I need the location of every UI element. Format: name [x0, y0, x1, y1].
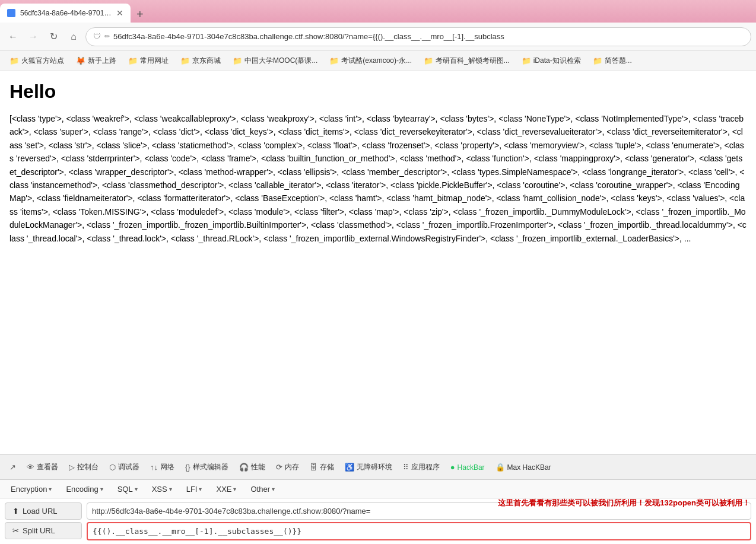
bookmark-label: 考试酷(examcoo)-永... — [341, 56, 412, 66]
hackbar-panel: Encryption ▾ Encoding ▾ SQL ▾ XSS ▾ LFI … — [0, 479, 756, 544]
hackbar-lower-section: 这里首先看看有那些类可以被我们所利用！发现132popen类可以被利用！ ⬆ L… — [0, 499, 756, 544]
navigation-bar: ← → ↻ ⌂ 🛡 ✏ 56dfc34a-8a6e-4b4e-9701-304e… — [0, 23, 756, 51]
devtools-console-btn[interactable]: ▷ 控制台 — [64, 460, 103, 475]
performance-icon: 🎧 — [239, 463, 249, 472]
bookmark-label: iData-知识检索 — [533, 56, 581, 66]
hackbar-encoding-menu[interactable]: Encoding ▾ — [60, 482, 109, 496]
lfi-dropdown-arrow: ▾ — [199, 486, 202, 492]
bookmark-label: 火狐官方站点 — [21, 56, 64, 66]
bookmark-folder-icon: 📁 — [180, 56, 190, 65]
browser-frame: 56dfc34a-8a6e-4b4e-9701-304e ✕ + ← → ↻ ⌂… — [0, 0, 756, 544]
devtools-hackbar-btn[interactable]: ● HackBar — [446, 460, 490, 474]
devtools-apptools-btn[interactable]: ⠿ 应用程序 — [398, 460, 444, 475]
devtools-maxhackbar-btn[interactable]: 🔒 Max HacKBar — [491, 460, 556, 474]
bookmark-folder-icon: 📁 — [329, 56, 339, 65]
devtools-perf-btn[interactable]: 🎧 性能 — [234, 460, 270, 475]
devtools-viewer-btn[interactable]: 👁 查看器 — [22, 460, 63, 475]
bookmark-item[interactable]: 📁 中国大学MOOC(慕课... — [228, 54, 322, 68]
new-tab-button[interactable]: + — [131, 6, 150, 23]
devtools-debugger-label: 调试器 — [118, 462, 139, 472]
bookmark-item[interactable]: 📁 京东商城 — [176, 54, 225, 68]
devtools-perf-label: 性能 — [251, 462, 265, 472]
edit-icon: ✏ — [104, 33, 110, 40]
devtools-memory-label: 内存 — [285, 462, 299, 472]
bookmarks-bar: 📁 火狐官方站点 🦊 新手上路 📁 常用网址 📁 京东商城 📁 中国大学MOOC… — [0, 51, 756, 71]
devtools-viewer-label: 查看器 — [37, 462, 58, 472]
bookmark-label: 考研百科_解锁考研图... — [436, 56, 510, 66]
hackbar-encoding-label: Encoding — [66, 485, 98, 494]
tab-close-button[interactable]: ✕ — [116, 8, 123, 18]
bookmark-label: 新手上路 — [88, 56, 116, 66]
bookmark-item[interactable]: 🦊 新手上路 — [71, 54, 121, 68]
bookmark-fox-icon: 🦊 — [76, 56, 85, 65]
back-button[interactable]: ← — [5, 28, 21, 45]
page-body: [<class 'type'>, <class 'weakref'>, <cla… — [9, 112, 747, 245]
home-button[interactable]: ⌂ — [65, 28, 82, 45]
console-icon: ▷ — [69, 463, 75, 472]
forward-button[interactable]: → — [25, 28, 42, 45]
hackbar-encryption-label: Encryption — [11, 485, 47, 494]
load-url-label: Load URL — [23, 507, 58, 516]
bookmark-item[interactable]: 📁 常用网址 — [123, 54, 173, 68]
network-icon: ↑↓ — [150, 463, 158, 472]
hackbar-sql-label: SQL — [117, 485, 133, 494]
bookmark-label: 中国大学MOOC(慕课... — [244, 56, 317, 66]
tab-title: 56dfc34a-8a6e-4b4e-9701-304e — [20, 9, 112, 17]
sql-dropdown-arrow: ▾ — [135, 486, 138, 492]
bookmark-item[interactable]: 📁 考研百科_解锁考研图... — [419, 54, 514, 68]
devtools-inspector-btn[interactable]: ↗ — [5, 460, 21, 474]
apptools-icon: ⠿ — [403, 463, 409, 472]
address-bar[interactable]: 🛡 ✏ 56dfc34a-8a6e-4b4e-9701-304e7c8c83ba… — [85, 27, 751, 46]
xss-dropdown-arrow: ▾ — [169, 486, 172, 492]
storage-icon: 🗄 — [310, 463, 317, 472]
split-url-button[interactable]: ✂ Split URL — [5, 522, 82, 539]
bookmark-item[interactable]: 📁 火狐官方站点 — [5, 54, 69, 68]
bookmark-folder-icon: 📁 — [593, 56, 602, 65]
split-url-label: Split URL — [23, 526, 55, 535]
devtools-memory-btn[interactable]: ⟳ 内存 — [271, 460, 304, 475]
devtools-maxhackbar-label: Max HacKBar — [507, 463, 551, 472]
bookmark-item[interactable]: 📁 iData-知识检索 — [517, 54, 586, 68]
hackbar-encryption-menu[interactable]: Encryption ▾ — [5, 482, 58, 496]
hackbar-xss-menu[interactable]: XSS ▾ — [146, 482, 178, 496]
browser-tab[interactable]: 56dfc34a-8a6e-4b4e-9701-304e ✕ — [0, 4, 131, 23]
devtools-storage-label: 存储 — [320, 462, 334, 472]
page-title: Hello — [9, 81, 747, 103]
bookmark-label: 常用网址 — [140, 56, 169, 66]
annotation-text: 这里首先看看有那些类可以被我们所利用！发现132popen类可以被利用！ — [498, 498, 750, 508]
hackbar-payload-input[interactable] — [87, 522, 751, 540]
hackbar-lfi-label: LFI — [186, 485, 198, 494]
tab-favicon — [7, 9, 15, 17]
other-dropdown-arrow: ▾ — [272, 486, 275, 492]
devtools-accessibility-btn[interactable]: ♿ 无障碍环境 — [340, 460, 397, 475]
hackbar-sql-menu[interactable]: SQL ▾ — [112, 482, 144, 496]
load-icon: ⬆ — [12, 507, 19, 516]
tab-bar: 56dfc34a-8a6e-4b4e-9701-304e ✕ + — [0, 0, 756, 23]
reload-button[interactable]: ↻ — [45, 28, 62, 45]
devtools-style-label: 样式编辑器 — [193, 462, 228, 472]
hackbar-dot-icon: ● — [450, 463, 455, 472]
hackbar-other-label: Other — [250, 485, 270, 494]
bookmark-folder-icon: 📁 — [233, 56, 242, 65]
bookmark-folder-icon: 📁 — [424, 56, 433, 65]
bookmark-item[interactable]: 📁 简答题... — [588, 54, 637, 68]
hackbar-lfi-menu[interactable]: LFI ▾ — [180, 482, 208, 496]
accessibility-icon: ♿ — [345, 463, 354, 472]
debugger-icon: ⬡ — [109, 463, 116, 472]
devtools-debugger-btn[interactable]: ⬡ 调试器 — [104, 460, 144, 475]
devtools-network-label: 网络 — [160, 462, 174, 472]
hackbar-other-menu[interactable]: Other ▾ — [244, 482, 281, 496]
memory-icon: ⟳ — [276, 463, 282, 472]
load-url-button[interactable]: ⬆ Load URL — [5, 502, 82, 520]
inspector-icon: ↗ — [9, 463, 16, 472]
devtools-storage-btn[interactable]: 🗄 存储 — [305, 460, 339, 475]
bookmark-item[interactable]: 📁 考试酷(examcoo)-永... — [325, 54, 417, 68]
devtools-console-label: 控制台 — [77, 462, 99, 472]
devtools-style-btn[interactable]: {} 样式编辑器 — [180, 460, 233, 475]
devtools-hackbar-label: HackBar — [458, 463, 485, 472]
devtools-apptools-label: 应用程序 — [411, 462, 440, 472]
bookmark-label: 京东商城 — [192, 56, 221, 66]
devtools-network-btn[interactable]: ↑↓ 网络 — [145, 460, 179, 475]
hackbar-xxe-menu[interactable]: XXE ▾ — [210, 482, 242, 496]
encryption-dropdown-arrow: ▾ — [49, 486, 52, 492]
